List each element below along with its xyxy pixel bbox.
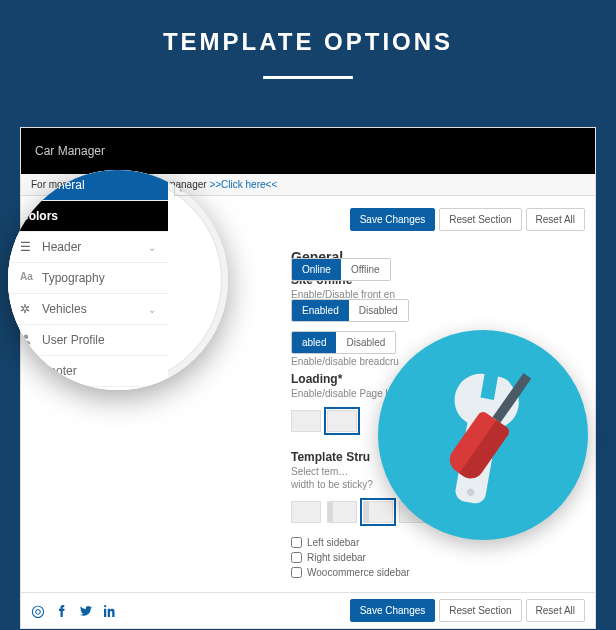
reset-section-button-footer[interactable]: Reset Section <box>439 599 521 622</box>
loading-style-picker[interactable] <box>291 410 357 432</box>
svg-rect-0 <box>104 608 106 616</box>
online-toggle[interactable]: Online Offline <box>291 258 391 281</box>
layout-full[interactable] <box>291 501 321 523</box>
sidebar-item-label: Header <box>42 240 81 254</box>
sidebar-item-header[interactable]: ☰ Header ⌄ <box>8 232 168 263</box>
reset-all-button[interactable]: Reset All <box>526 208 585 231</box>
toggle-disabled-1[interactable]: Disabled <box>349 300 408 321</box>
enabled-toggle-1[interactable]: Enabled Disabled <box>291 299 409 322</box>
list-icon: ☰ <box>20 240 34 254</box>
check-right-sidebar[interactable]: Right sidebar <box>291 552 585 563</box>
save-button-footer[interactable]: Save Changes <box>350 599 436 622</box>
toggle-enabled-bc[interactable]: abled <box>292 332 336 353</box>
check-woo-sidebar[interactable]: Woocommerce sidebar <box>291 567 585 578</box>
sidebar-item-label: Vehicles <box>42 302 87 316</box>
twitter-icon[interactable] <box>79 604 93 618</box>
loading-help: Enable/disable Page l <box>291 388 388 399</box>
gear-icon: ✲ <box>20 302 34 316</box>
toggle-disabled-bc[interactable]: Disabled <box>336 332 395 353</box>
sidebar-checks: Left sidebar Right sidebar Woocommerce s… <box>291 537 585 578</box>
sidebar-item-typography[interactable]: Aa Typography <box>8 263 168 294</box>
hero-title: TEMPLATE OPTIONS <box>0 0 616 64</box>
layout-opt-1[interactable] <box>291 410 321 432</box>
social-icons: ◎ <box>31 604 117 618</box>
toggle-enabled-1[interactable]: Enabled <box>292 300 349 321</box>
template-structure-help1: Select tem… <box>291 466 348 477</box>
target-icon[interactable]: ◎ <box>31 604 45 618</box>
magnify-lens: General Colors ☰ Header ⌄ Aa Typography … <box>8 170 228 390</box>
layout-left[interactable] <box>327 501 357 523</box>
svg-rect-6 <box>493 373 532 423</box>
layout-left-sel[interactable] <box>363 501 393 523</box>
breadcrumbs-help: Enable/disable breadcru <box>291 356 399 367</box>
sidebar-item-label: User Profile <box>42 333 105 347</box>
panel-titlebar: Car Manager <box>21 128 595 174</box>
toggle-offline[interactable]: Offline <box>341 259 390 280</box>
chevron-down-icon: ⌄ <box>148 242 156 253</box>
template-structure-label: Template Stru <box>291 450 370 464</box>
aa-icon: Aa <box>20 271 34 285</box>
reset-all-button-footer[interactable]: Reset All <box>526 599 585 622</box>
notice-link[interactable]: >>Click here<< <box>209 179 277 190</box>
sidebar-item-vehicles[interactable]: ✲ Vehicles ⌄ <box>8 294 168 325</box>
template-structure-help2: width to be sticky? <box>291 479 373 490</box>
footer-action-bar: ◎ Save Changes Reset Section Reset All <box>21 592 595 628</box>
reset-section-button[interactable]: Reset Section <box>439 208 521 231</box>
tools-badge <box>378 330 588 540</box>
facebook-icon[interactable] <box>55 604 69 618</box>
linkedin-icon[interactable] <box>103 604 117 618</box>
toggle-online[interactable]: Online <box>292 259 341 280</box>
save-button[interactable]: Save Changes <box>350 208 436 231</box>
loading-label: Loading* <box>291 372 342 386</box>
hero-underline <box>263 76 353 79</box>
layout-opt-2[interactable] <box>327 410 357 432</box>
breadcrumbs-toggle[interactable]: abled Disabled <box>291 331 396 354</box>
svg-point-4 <box>24 335 29 340</box>
svg-point-1 <box>104 605 106 607</box>
check-left-sidebar[interactable]: Left sidebar <box>291 537 585 548</box>
sidebar-item-label: Typography <box>42 271 105 285</box>
chevron-down-icon: ⌄ <box>148 304 156 315</box>
